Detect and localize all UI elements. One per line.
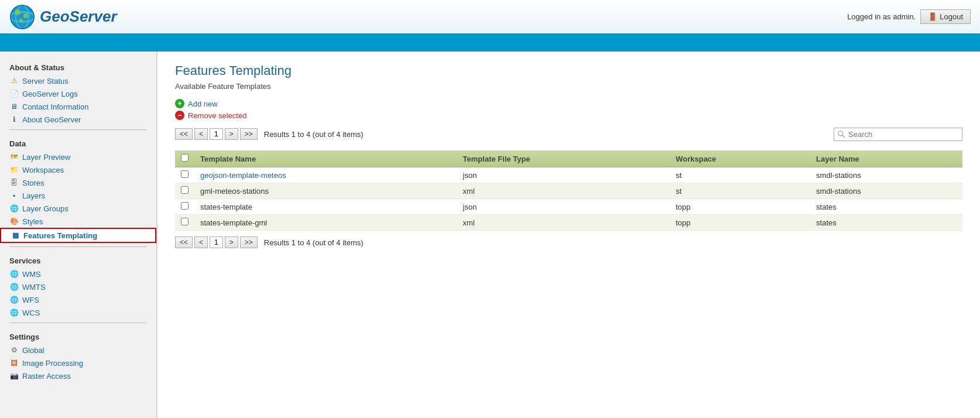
styles-icon: 🎨 xyxy=(9,217,19,226)
layer-groups-icon: 🌐 xyxy=(9,204,19,213)
sidebar-item-layers[interactable]: ▪ Layers xyxy=(0,189,156,202)
first-page-button[interactable]: << xyxy=(175,128,193,140)
template-name-cell: gml-meteos-stations xyxy=(194,183,457,199)
row-checkbox[interactable] xyxy=(181,186,189,194)
sidebar-item-wms[interactable]: 🌐 WMS xyxy=(0,268,156,280)
svg-point-6 xyxy=(19,19,23,22)
image-processing-icon: 🖼 xyxy=(9,358,19,368)
sidebar-item-wcs[interactable]: 🌐 WCS xyxy=(0,306,156,319)
sidebar-item-server-status[interactable]: ⚠ Server Status xyxy=(0,74,156,87)
bottom-prev-page-button[interactable]: < xyxy=(194,237,208,248)
workspaces-icon: 📁 xyxy=(9,165,19,174)
sidebar-divider-3 xyxy=(9,323,147,323)
sidebar-item-styles[interactable]: 🎨 Styles xyxy=(0,215,156,228)
sidebar-item-global[interactable]: ⚙ Global xyxy=(0,344,156,357)
table-row: states-templatejsontoppstates xyxy=(175,199,962,215)
top-pagination-row: << < 1 > >> Results 1 to 4 (out of 4 ite… xyxy=(175,122,962,146)
row-checkbox[interactable] xyxy=(181,202,189,210)
remove-icon: − xyxy=(175,111,184,120)
sidebar-item-label: Global xyxy=(22,346,44,355)
server-status-icon: ⚠ xyxy=(9,76,19,85)
sidebar-item-label: GeoServer Logs xyxy=(22,90,78,98)
template-name-cell: states-template xyxy=(194,199,457,215)
top-pagination: << < 1 > >> Results 1 to 4 (out of 4 ite… xyxy=(175,128,364,140)
features-table: Template Name Template File Type Workspa… xyxy=(175,150,962,231)
contact-info-icon: 🖥 xyxy=(9,102,19,111)
workspace-cell: topp xyxy=(670,199,810,215)
sidebar-item-layer-preview[interactable]: 🗺 Layer Preview xyxy=(0,150,156,163)
layout: About & Status ⚠ Server Status 📄 GeoServ… xyxy=(0,52,980,418)
template-file-type-cell: json xyxy=(457,167,670,183)
layer-name-cell: states xyxy=(810,215,962,231)
select-all-checkbox[interactable] xyxy=(181,154,189,162)
select-all-header xyxy=(175,150,194,167)
page-title: Features Templating xyxy=(175,63,962,78)
sidebar-item-contact-information[interactable]: 🖥 Contact Information xyxy=(0,100,156,113)
add-new-link[interactable]: Add new xyxy=(188,100,218,108)
last-page-button[interactable]: >> xyxy=(240,128,258,140)
sidebar-item-label: About GeoServer xyxy=(22,115,81,124)
wcs-icon: 🌐 xyxy=(9,308,19,317)
sidebar-item-geoserver-logs[interactable]: 📄 GeoServer Logs xyxy=(0,87,156,100)
table-row: geojson-template-meteosjsonstsmdl-statio… xyxy=(175,167,962,183)
sidebar-item-label: Layer Groups xyxy=(22,204,68,213)
sidebar-divider xyxy=(9,129,147,130)
sidebar-item-label: Workspaces xyxy=(22,166,64,174)
col-template-file-type: Template File Type xyxy=(457,150,670,167)
template-name-cell: geojson-template-meteos xyxy=(194,167,457,183)
row-checkbox[interactable] xyxy=(181,218,189,225)
layer-name-cell: smdl-stations xyxy=(810,167,962,183)
logout-label: Logout xyxy=(940,12,963,21)
template-name-link[interactable]: geojson-template-meteos xyxy=(200,171,286,180)
prev-page-button[interactable]: < xyxy=(194,128,208,140)
stores-icon: 🗄 xyxy=(9,178,19,187)
sidebar-item-label: Image Processing xyxy=(22,359,83,368)
bottom-first-page-button[interactable]: << xyxy=(175,237,193,248)
sidebar-section-settings: Settings xyxy=(0,327,156,344)
search-input[interactable] xyxy=(834,128,962,141)
remove-selected-link[interactable]: Remove selected xyxy=(188,111,246,120)
workspace-cell: st xyxy=(670,183,810,199)
row-checkbox[interactable] xyxy=(181,170,189,178)
sidebar-item-label: Layers xyxy=(22,191,45,200)
svg-point-4 xyxy=(15,9,20,15)
sidebar-item-features-templating[interactable]: ▦ Features Templating xyxy=(0,228,156,243)
sidebar-section-services: Services xyxy=(0,251,156,268)
nav-bar xyxy=(0,35,980,52)
sidebar-item-label: WMS xyxy=(22,270,41,279)
sidebar: About & Status ⚠ Server Status 📄 GeoServ… xyxy=(0,52,157,418)
add-icon: + xyxy=(175,99,184,108)
features-templating-icon: ▦ xyxy=(11,231,20,240)
main-content: Features Templating Available Feature Te… xyxy=(157,52,980,418)
bottom-next-page-button[interactable]: > xyxy=(225,237,238,248)
svg-point-5 xyxy=(23,13,28,18)
sidebar-item-label: Contact Information xyxy=(22,102,88,111)
remove-selected-action[interactable]: − Remove selected xyxy=(175,111,962,120)
layer-name-cell: states xyxy=(810,199,962,215)
template-file-type-cell: xml xyxy=(457,215,670,231)
logout-button[interactable]: 🚪 Logout xyxy=(920,9,971,24)
bottom-last-page-button[interactable]: >> xyxy=(240,237,258,248)
sidebar-item-about-geoserver[interactable]: ℹ About GeoServer xyxy=(0,113,156,126)
sidebar-section-data: Data xyxy=(0,133,156,150)
sidebar-item-wfs[interactable]: 🌐 WFS xyxy=(0,293,156,306)
sidebar-item-workspaces[interactable]: 📁 Workspaces xyxy=(0,163,156,176)
sidebar-item-raster-access[interactable]: 📷 Raster Access xyxy=(0,369,156,382)
sidebar-item-label: Server Status xyxy=(22,77,68,85)
sidebar-section-about-status: About & Status xyxy=(0,57,156,74)
table-row: gml-meteos-stationsxmlstsmdl-stations xyxy=(175,183,962,199)
sidebar-item-layer-groups[interactable]: 🌐 Layer Groups xyxy=(0,202,156,215)
sidebar-item-label: Features Templating xyxy=(23,231,97,240)
sidebar-item-label: Styles xyxy=(22,217,43,226)
sidebar-item-image-processing[interactable]: 🖼 Image Processing xyxy=(0,357,156,369)
table-row: states-template-gmlxmltoppstates xyxy=(175,215,962,231)
template-name-cell: states-template-gml xyxy=(194,215,457,231)
add-new-action[interactable]: + Add new xyxy=(175,99,962,108)
next-page-button[interactable]: > xyxy=(225,128,238,140)
sidebar-item-stores[interactable]: 🗄 Stores xyxy=(0,176,156,189)
sidebar-item-label: WCS xyxy=(22,309,40,317)
logo-area: GeoServer xyxy=(9,4,117,30)
sidebar-item-label: Layer Preview xyxy=(22,153,70,162)
header: GeoServer Logged in as admin. 🚪 Logout xyxy=(0,0,980,35)
sidebar-item-wmts[interactable]: 🌐 WMTS xyxy=(0,280,156,293)
